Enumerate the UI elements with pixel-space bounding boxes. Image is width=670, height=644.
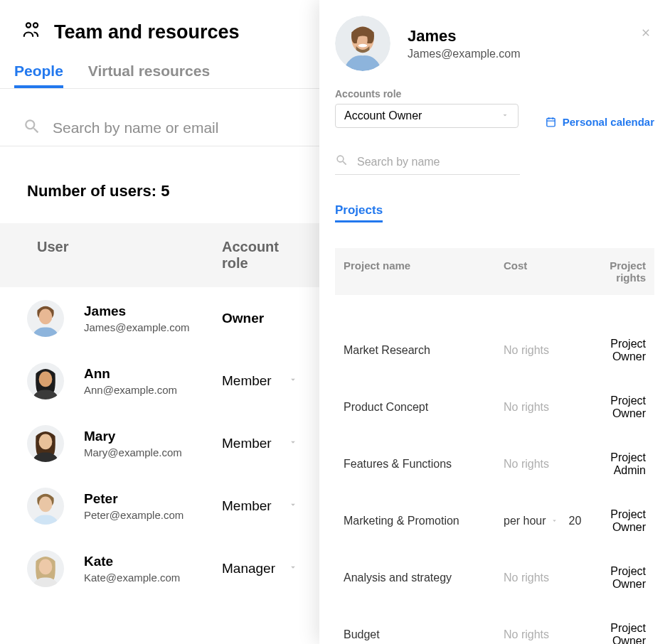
column-header-project-name: Project name bbox=[344, 259, 504, 284]
project-rights[interactable]: Project Owner bbox=[589, 395, 646, 420]
drawer-search[interactable] bbox=[335, 154, 520, 175]
project-list: Market Research No rights Project Owner … bbox=[335, 322, 654, 644]
svg-point-4 bbox=[39, 308, 53, 324]
tab-virtual-resources[interactable]: Virtual resources bbox=[88, 57, 210, 88]
avatar bbox=[27, 425, 64, 462]
user-name: James bbox=[84, 304, 190, 319]
avatar bbox=[27, 488, 64, 525]
avatar bbox=[335, 16, 390, 71]
header: Team and resources bbox=[0, 14, 319, 57]
avatar bbox=[27, 550, 64, 587]
project-name: Budget bbox=[344, 628, 504, 641]
user-email: Ann@example.com bbox=[84, 384, 177, 396]
search-bar[interactable] bbox=[0, 89, 319, 146]
user-email: Peter@example.com bbox=[84, 509, 184, 521]
user-email: James@example.com bbox=[84, 321, 190, 333]
table-row[interactable]: Mary Mary@example.com Member bbox=[0, 412, 319, 475]
project-rights[interactable]: Project Owner bbox=[589, 508, 646, 534]
project-table-header: Project name Cost Project rights bbox=[335, 248, 654, 295]
user-name: Mary bbox=[84, 429, 182, 444]
project-cost[interactable]: No rights bbox=[504, 401, 589, 414]
tab-projects[interactable]: Projects bbox=[335, 203, 383, 222]
table-row[interactable]: James James@example.com Owner bbox=[0, 287, 319, 350]
project-rights[interactable]: Project Owner bbox=[589, 622, 646, 644]
user-name: Ann bbox=[84, 366, 177, 382]
user-list: James James@example.com Owner Ann Ann@ex… bbox=[0, 287, 319, 600]
page-title: Team and resources bbox=[54, 21, 240, 43]
personal-calendar-label: Personal calendar bbox=[563, 116, 654, 128]
personal-calendar-link[interactable]: Personal calendar bbox=[545, 116, 654, 128]
svg-point-16 bbox=[39, 559, 53, 574]
svg-point-10 bbox=[39, 434, 53, 449]
user-count: Number of users: 5 bbox=[0, 182, 319, 223]
table-row[interactable]: Market Research No rights Project Owner bbox=[335, 322, 654, 379]
project-cost[interactable]: No rights bbox=[504, 571, 589, 584]
project-name: Market Research bbox=[344, 344, 504, 357]
accounts-role-row: Accounts role Account Owner Personal cal… bbox=[335, 88, 654, 128]
user-name: Kate bbox=[84, 554, 180, 569]
chevron-down-icon[interactable] bbox=[288, 500, 298, 512]
table-row[interactable]: Budget No rights Project Owner bbox=[335, 606, 654, 644]
svg-point-0 bbox=[26, 23, 31, 27]
accounts-role-value: Account Owner bbox=[344, 109, 422, 122]
project-name: Marketing & Promotion bbox=[344, 515, 504, 527]
table-row[interactable]: Ann Ann@example.com Member bbox=[0, 350, 319, 412]
table-row[interactable]: Peter Peter@example.com Member bbox=[0, 475, 319, 537]
role-text: Member bbox=[222, 498, 272, 514]
search-icon bbox=[23, 117, 41, 139]
chevron-down-icon bbox=[551, 515, 558, 527]
table-row[interactable]: Features & Functions No rights Project A… bbox=[335, 436, 654, 493]
column-header-role: Account role bbox=[222, 239, 298, 272]
accounts-role-select[interactable]: Account Owner bbox=[335, 104, 519, 128]
svg-point-13 bbox=[39, 496, 53, 512]
svg-rect-21 bbox=[547, 119, 555, 127]
search-icon bbox=[335, 154, 349, 170]
avatar bbox=[27, 363, 64, 399]
user-detail-drawer: James James@example.com Accounts role Ac… bbox=[319, 0, 670, 644]
drawer-user-email: James@example.com bbox=[408, 48, 521, 60]
drawer-user-name: James bbox=[408, 27, 521, 45]
project-cost[interactable]: No rights bbox=[504, 628, 589, 641]
project-cost[interactable]: No rights bbox=[504, 344, 589, 357]
accounts-role-label: Accounts role bbox=[335, 88, 519, 100]
people-icon bbox=[21, 20, 43, 44]
user-name: Peter bbox=[84, 491, 184, 507]
svg-point-1 bbox=[33, 23, 38, 27]
column-header-rights: Project rights bbox=[589, 259, 646, 284]
close-button[interactable] bbox=[640, 27, 652, 41]
chevron-down-icon[interactable] bbox=[288, 375, 298, 387]
chevron-down-icon bbox=[501, 109, 509, 122]
role-text: Member bbox=[222, 373, 272, 389]
project-rights[interactable]: Project Owner bbox=[589, 565, 646, 591]
chevron-down-icon[interactable] bbox=[288, 562, 298, 575]
svg-point-20 bbox=[358, 44, 367, 48]
drawer-header: James James@example.com bbox=[335, 16, 654, 71]
role-text: Manager bbox=[222, 561, 275, 576]
project-rights[interactable]: Project Admin bbox=[589, 451, 646, 477]
project-name: Product Concept bbox=[344, 401, 504, 414]
table-row[interactable]: Marketing & Promotion per hour 20 Projec… bbox=[335, 493, 654, 549]
table-row[interactable]: Product Concept No rights Project Owner bbox=[335, 379, 654, 436]
project-rights[interactable]: Project Owner bbox=[589, 338, 646, 363]
project-cost[interactable]: No rights bbox=[504, 458, 589, 471]
team-resources-panel: Team and resources People Virtual resour… bbox=[0, 0, 319, 644]
user-email: Mary@example.com bbox=[84, 446, 182, 458]
svg-point-7 bbox=[39, 371, 53, 387]
project-name: Features & Functions bbox=[344, 458, 504, 471]
chevron-down-icon[interactable] bbox=[288, 437, 298, 450]
table-header: User Account role bbox=[0, 223, 319, 287]
avatar bbox=[27, 300, 64, 337]
column-header-cost: Cost bbox=[504, 259, 589, 284]
table-row[interactable]: Analysis and strategy No rights Project … bbox=[335, 549, 654, 606]
search-input[interactable] bbox=[53, 119, 305, 136]
project-cost[interactable]: per hour 20 bbox=[504, 515, 589, 527]
project-name: Analysis and strategy bbox=[344, 571, 504, 584]
tabs: People Virtual resources bbox=[0, 57, 319, 89]
role-text: Owner bbox=[222, 311, 264, 326]
column-header-user: User bbox=[37, 239, 222, 272]
tab-people[interactable]: People bbox=[14, 57, 63, 88]
user-email: Kate@example.com bbox=[84, 571, 180, 584]
table-row[interactable]: Kate Kate@example.com Manager bbox=[0, 537, 319, 600]
role-text: Member bbox=[222, 436, 272, 451]
drawer-search-input[interactable] bbox=[357, 156, 520, 168]
